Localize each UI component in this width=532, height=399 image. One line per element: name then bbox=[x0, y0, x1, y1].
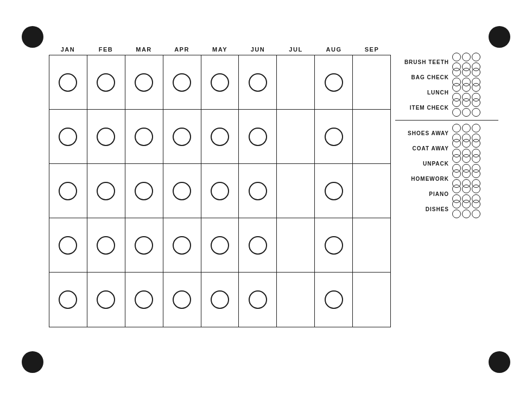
cell-r4c8 bbox=[315, 218, 353, 272]
task-label-coat-away: COAT AWAY bbox=[395, 145, 452, 151]
circle bbox=[173, 290, 191, 309]
cell-r5c4 bbox=[163, 273, 201, 327]
cell-r2c8 bbox=[315, 110, 353, 163]
circle bbox=[59, 128, 77, 146]
dot-circle bbox=[452, 169, 461, 178]
dot-circle bbox=[472, 210, 480, 218]
task-unpack: UNPACK bbox=[395, 156, 498, 170]
circle bbox=[325, 236, 343, 255]
cell-r4c7 bbox=[277, 218, 315, 272]
cell-r1c7 bbox=[277, 55, 315, 109]
dot-circle bbox=[452, 139, 461, 148]
circle bbox=[249, 128, 267, 146]
circle bbox=[173, 236, 191, 255]
corner-dot-bl bbox=[22, 351, 43, 373]
dot-group-dishes bbox=[452, 200, 483, 218]
task-coat-away: COAT AWAY bbox=[395, 141, 498, 155]
dot-circle bbox=[462, 68, 471, 77]
cell-r2c3 bbox=[125, 110, 163, 163]
circle bbox=[97, 182, 115, 200]
dot-circle bbox=[452, 108, 461, 117]
circle bbox=[325, 128, 343, 146]
circle bbox=[59, 73, 77, 92]
cell-r4c2 bbox=[87, 218, 125, 272]
task-bag-check: BAG CHECK bbox=[395, 70, 498, 84]
dot-circle bbox=[452, 98, 461, 107]
sidebar-tasks: BRUSH TEETH BAG CHECK bbox=[395, 55, 498, 327]
cell-r5c2 bbox=[87, 273, 125, 327]
month-mar: MAR bbox=[125, 46, 163, 53]
circle bbox=[135, 290, 153, 309]
corner-dot-tl bbox=[22, 26, 43, 48]
months-header: JAN FEB MAR APR MAY JUN JUL AUG SEP bbox=[49, 46, 391, 53]
calendar-grid bbox=[49, 55, 391, 327]
dot-circle bbox=[462, 200, 471, 208]
dot-circle bbox=[462, 210, 471, 218]
cell-r2c6 bbox=[239, 110, 277, 163]
task-group-bottom: SHOES AWAY COAT AWAY bbox=[395, 126, 498, 217]
cell-r5c7 bbox=[277, 273, 315, 327]
task-dishes: DISHES bbox=[395, 202, 498, 216]
grid-row-4 bbox=[49, 218, 390, 273]
cell-r3c1 bbox=[49, 164, 87, 218]
grid-row-1 bbox=[49, 55, 390, 110]
corner-dot-tr bbox=[489, 26, 510, 48]
task-label-homework: HOMEWORK bbox=[395, 176, 452, 182]
task-shoes-away: SHOES AWAY bbox=[395, 126, 498, 140]
dot-circle bbox=[452, 124, 461, 132]
task-label-brush-teeth: BRUSH TEETH bbox=[395, 59, 452, 65]
cell-r1c3 bbox=[125, 55, 163, 109]
circle bbox=[173, 128, 191, 146]
cell-r4c4 bbox=[163, 218, 201, 272]
dot-circle bbox=[462, 108, 471, 117]
task-label-unpack: UNPACK bbox=[395, 161, 452, 167]
dot-circle bbox=[472, 108, 480, 117]
content-area: BRUSH TEETH BAG CHECK bbox=[49, 55, 505, 327]
dot-circle bbox=[472, 98, 480, 107]
circle bbox=[325, 73, 343, 92]
circle bbox=[97, 290, 115, 309]
cell-r5c8 bbox=[315, 273, 353, 327]
cell-r3c7 bbox=[277, 164, 315, 218]
circle bbox=[135, 182, 153, 200]
dot-circle bbox=[452, 210, 461, 218]
circle bbox=[59, 182, 77, 200]
dot-circle bbox=[462, 139, 471, 148]
task-label-lunch: LUNCH bbox=[395, 90, 452, 96]
cell-r3c6 bbox=[239, 164, 277, 218]
task-divider bbox=[395, 120, 498, 121]
cell-r2c2 bbox=[87, 110, 125, 163]
cell-r1c1 bbox=[49, 55, 87, 109]
task-item-check: ITEM CHECK bbox=[395, 100, 498, 115]
cell-r1c2 bbox=[87, 55, 125, 109]
task-lunch: LUNCH bbox=[395, 85, 498, 99]
task-label-shoes-away: SHOES AWAY bbox=[395, 130, 452, 136]
cell-r1c6 bbox=[239, 55, 277, 109]
circle bbox=[97, 73, 115, 92]
task-brush-teeth: BRUSH TEETH bbox=[395, 55, 498, 69]
task-label-piano: PIANO bbox=[395, 191, 452, 197]
dot-circle bbox=[462, 154, 471, 163]
dot-circle bbox=[472, 185, 480, 193]
grid-row-2 bbox=[49, 110, 390, 164]
cell-r4c5 bbox=[201, 218, 239, 272]
circle bbox=[211, 73, 229, 92]
corner-dot-br bbox=[489, 351, 510, 373]
dot-circle bbox=[462, 169, 471, 178]
circle bbox=[59, 236, 77, 255]
cell-r4c6 bbox=[239, 218, 277, 272]
dot-circle bbox=[462, 53, 471, 61]
cell-r2c7 bbox=[277, 110, 315, 163]
dot-circle bbox=[472, 169, 480, 178]
dot-circle bbox=[472, 200, 480, 208]
cell-r3c2 bbox=[87, 164, 125, 218]
dot-circle bbox=[472, 83, 480, 92]
task-group-top: BRUSH TEETH BAG CHECK bbox=[395, 55, 498, 116]
month-aug: AUG bbox=[315, 46, 353, 53]
circle bbox=[135, 128, 153, 146]
dot-circle bbox=[452, 185, 461, 193]
cell-r2c1 bbox=[49, 110, 87, 163]
circle bbox=[249, 290, 267, 309]
cell-r5c3 bbox=[125, 273, 163, 327]
dot-circle bbox=[462, 124, 471, 132]
